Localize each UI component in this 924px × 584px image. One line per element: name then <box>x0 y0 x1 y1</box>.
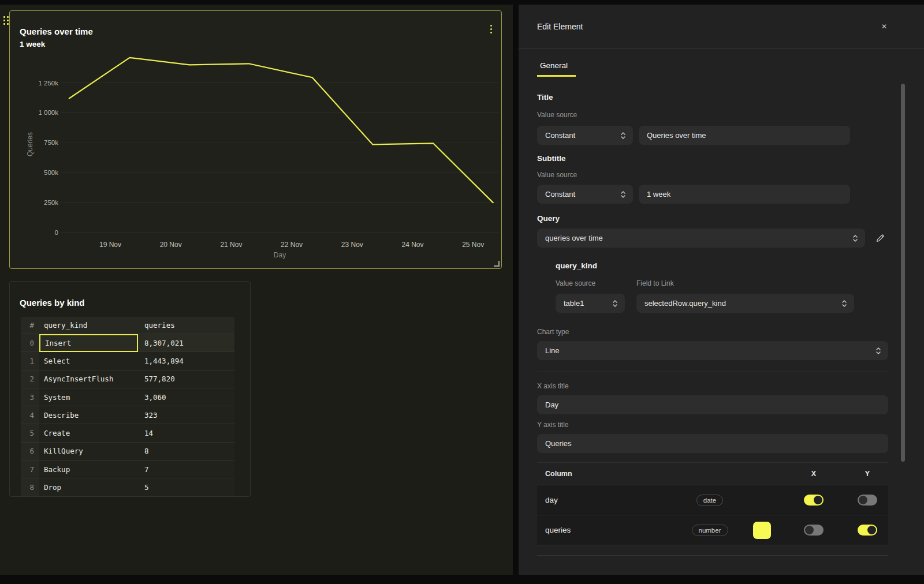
y-axis-toggle-day[interactable] <box>858 495 877 506</box>
panel-header: Edit Element ✕ <box>519 5 924 48</box>
x-tick-label: 23 Nov <box>341 241 363 249</box>
x-tick-label: 19 Nov <box>99 241 121 249</box>
query-kind-cell[interactable]: Create <box>39 424 138 442</box>
colmap-header-x: X <box>811 470 816 478</box>
table-header-row: #query_kindqueries <box>21 317 234 334</box>
row-index-cell: 4 <box>21 406 39 424</box>
x-axis-title-input[interactable]: Day <box>537 395 888 414</box>
queries-value-cell[interactable]: 14 <box>138 424 234 442</box>
title-value-input[interactable]: Queries over time <box>639 126 850 145</box>
y-tick-label: 0 <box>55 229 58 236</box>
query-kind-cell[interactable]: AsyncInsertFlush <box>39 370 138 388</box>
queries-value-cell[interactable]: 7 <box>138 461 234 478</box>
panel-title: Edit Element <box>537 22 583 31</box>
query-kind-value-source-label: Value source <box>556 279 636 287</box>
section-divider <box>537 555 888 556</box>
colmap-row-queries: queriesnumber <box>537 515 888 545</box>
column-mapping-table: ColumnXYdaydatequeriesnumber <box>537 462 888 545</box>
y-axis-title-input[interactable]: Queries <box>537 434 888 453</box>
colmap-header-row: ColumnXY <box>537 462 888 485</box>
query-kind-cell[interactable]: System <box>39 388 138 406</box>
queries-value-cell[interactable]: 1,443,894 <box>138 352 234 370</box>
dashboard-canvas: 0250k500k750k1 000k1 250k19 Nov20 Nov21 … <box>0 5 513 575</box>
x-axis-toggle-queries[interactable] <box>804 525 824 536</box>
panel-scrollbar[interactable] <box>901 84 905 462</box>
row-index-cell: 7 <box>21 461 39 478</box>
table-row: 2AsyncInsertFlush577,820 <box>21 370 234 388</box>
title-value-source-label: Value source <box>537 111 888 119</box>
resize-handle[interactable] <box>494 261 500 267</box>
queries-value-cell[interactable]: 3,060 <box>138 388 234 406</box>
series-color-swatch[interactable] <box>753 522 771 539</box>
chart-type-label: Chart type <box>537 328 888 336</box>
query-kind-label: query_kind <box>556 261 888 270</box>
subtitle-source-select[interactable]: Constant <box>537 185 633 204</box>
y-tick-label: 500k <box>44 169 58 176</box>
column-header-query_kind: query_kind <box>39 317 138 334</box>
chevron-updown-icon <box>620 190 626 199</box>
y-axis-title: Queries <box>26 132 34 156</box>
edit-query-pencil-icon[interactable] <box>875 232 888 245</box>
x-tick-label: 21 Nov <box>220 241 242 249</box>
edit-element-panel: Edit Element ✕ General Title Value sourc… <box>519 5 924 575</box>
query-select[interactable]: queries over time <box>537 229 865 248</box>
query-kind-cell[interactable]: KillQuery <box>39 443 138 461</box>
chart-card[interactable]: 0250k500k750k1 000k1 250k19 Nov20 Nov21 … <box>9 10 502 269</box>
colmap-header-column: Column <box>545 470 684 478</box>
chevron-updown-icon <box>612 300 618 308</box>
field-to-link-select[interactable]: selectedRow.query_kind <box>636 294 854 313</box>
chart-type-select[interactable]: Line <box>537 341 888 360</box>
x-tick-label: 24 Nov <box>401 241 423 249</box>
table-row: 5Create14 <box>21 424 234 442</box>
x-tick-label: 25 Nov <box>462 241 484 249</box>
title-source-select[interactable]: Constant <box>537 126 633 145</box>
chart-title: Queries over time <box>20 27 93 36</box>
column-header-index: # <box>21 317 39 334</box>
chart-menu-kebab-icon[interactable] <box>489 23 494 35</box>
x-tick-label: 22 Nov <box>281 241 303 249</box>
y-tick-label: 1 000k <box>38 109 58 116</box>
y-tick-label: 250k <box>44 199 58 206</box>
row-index-cell: 0 <box>21 334 39 352</box>
queries-value-cell[interactable]: 323 <box>138 406 234 424</box>
tab-general[interactable]: General <box>537 61 576 77</box>
type-badge-date: date <box>696 495 723 506</box>
row-index-cell: 6 <box>21 443 39 461</box>
query-kind-source-value: table1 <box>564 299 584 308</box>
row-index-cell: 5 <box>21 424 39 442</box>
query-kind-cell[interactable]: Drop <box>39 478 138 496</box>
chevron-updown-icon <box>841 300 847 308</box>
queries-by-kind-card: Queries by kind #query_kindqueries0Inser… <box>9 281 251 497</box>
query-select-value: queries over time <box>545 234 603 242</box>
column-name: queries <box>545 526 684 534</box>
y-axis-title-label: Y axis title <box>537 421 888 429</box>
query-kind-source-select[interactable]: table1 <box>556 294 625 313</box>
row-index-cell: 8 <box>21 478 39 496</box>
field-to-link-value: selectedRow.query_kind <box>644 299 726 308</box>
queries-value-cell[interactable]: 5 <box>138 478 234 496</box>
table-row: 1Select1,443,894 <box>21 352 234 370</box>
close-icon[interactable]: ✕ <box>881 23 887 31</box>
queries-value-cell[interactable]: 8 <box>138 443 234 461</box>
row-index-cell: 3 <box>21 388 39 406</box>
table-card-title: Queries by kind <box>20 298 85 308</box>
query-kind-cell[interactable]: Describe <box>39 406 138 424</box>
drag-handle-icon[interactable] <box>3 16 9 25</box>
queries-value-cell[interactable]: 577,820 <box>138 370 234 388</box>
column-header-queries: queries <box>138 317 234 334</box>
query-kind-cell[interactable]: Select <box>39 352 138 370</box>
colmap-header-y: Y <box>865 470 870 478</box>
row-index-cell: 2 <box>21 370 39 388</box>
table-row: 0Insert8,307,021 <box>21 334 234 352</box>
queries-value-cell[interactable]: 8,307,021 <box>138 334 234 352</box>
y-axis-toggle-queries[interactable] <box>858 525 877 536</box>
query-kind-cell[interactable]: Backup <box>39 461 138 478</box>
title-section-label: Title <box>537 93 888 102</box>
subtitle-value-source-label: Value source <box>537 171 888 179</box>
subtitle-value-input[interactable]: 1 week <box>639 185 850 204</box>
query-kind-cell[interactable]: Insert <box>39 334 138 352</box>
y-tick-label: 750k <box>44 139 58 146</box>
chart-type-value: Line <box>545 346 560 355</box>
chevron-updown-icon <box>875 347 881 355</box>
x-axis-toggle-day[interactable] <box>804 495 824 506</box>
